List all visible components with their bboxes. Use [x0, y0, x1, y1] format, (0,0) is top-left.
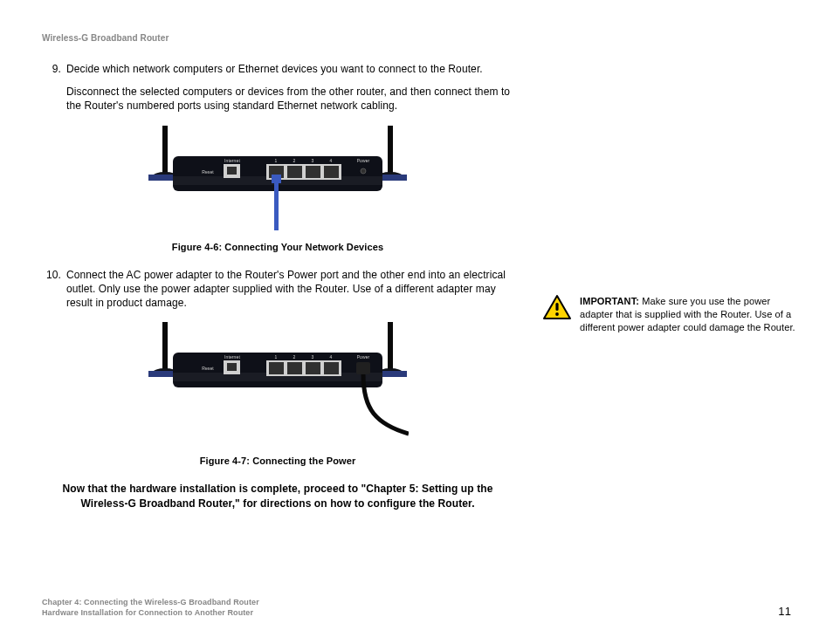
important-label: IMPORTANT: [580, 296, 639, 306]
svg-rect-35 [555, 303, 558, 311]
label-reset: Reset [202, 169, 214, 175]
figure-4-7: Reset Internet 1 2 3 4 Power [42, 322, 513, 447]
label-port-3: 3 [312, 158, 314, 163]
label-port-2: 2 [293, 354, 296, 360]
label-internet: Internet [224, 158, 240, 163]
main-column: 9. Decide which network computers or Eth… [42, 62, 513, 511]
svg-rect-31 [306, 362, 320, 374]
step-10: 10. Connect the AC power adapter to the … [42, 268, 513, 311]
svg-rect-14 [287, 166, 302, 178]
footer-chapter: Chapter 4: Connecting the Wireless-G Bro… [42, 597, 259, 607]
step-10-text-1: Connect the AC power adapter to the Rout… [66, 268, 513, 311]
label-port-3: 3 [312, 354, 314, 360]
page-footer: Chapter 4: Connecting the Wireless-G Bro… [42, 597, 791, 618]
label-port-4: 4 [330, 354, 333, 360]
label-internet: Internet [224, 354, 240, 360]
svg-rect-0 [162, 126, 168, 178]
svg-rect-32 [324, 362, 339, 374]
important-callout: IMPORTANT: Make sure you use the power a… [543, 295, 796, 334]
label-port-2: 2 [293, 158, 296, 163]
step-9-text-1: Decide which network computers or Ethern… [66, 62, 513, 76]
figure-4-7-caption: Figure 4-7: Connecting the Power [42, 456, 513, 466]
label-reset: Reset [202, 366, 214, 371]
footer-section: Hardware Installation for Connection to … [42, 607, 259, 618]
warning-icon [543, 295, 571, 319]
svg-rect-33 [356, 362, 370, 374]
svg-rect-21 [388, 322, 393, 374]
svg-rect-15 [306, 166, 320, 178]
svg-point-17 [361, 168, 366, 174]
svg-rect-30 [287, 362, 302, 374]
svg-rect-12 [272, 175, 281, 183]
router-image-network: Reset Internet 1 2 3 4 Power [147, 126, 409, 230]
doc-header: Wireless-G Broadband Router [42, 33, 791, 43]
svg-rect-9 [227, 167, 237, 175]
step-9-text-2: Disconnect the selected computers or dev… [66, 85, 513, 113]
svg-point-36 [555, 312, 559, 316]
page-number: 11 [778, 605, 791, 618]
label-port-4: 4 [330, 158, 333, 163]
step-9: 9. Decide which network computers or Eth… [42, 62, 513, 113]
svg-rect-16 [324, 166, 339, 178]
svg-rect-13 [274, 183, 279, 230]
label-port-1: 1 [275, 354, 278, 360]
step-9-number: 9. [42, 62, 61, 76]
conclusion-text: Now that the hardware installation is co… [42, 482, 513, 511]
label-port-1: 1 [275, 158, 278, 163]
router-image-power: Reset Internet 1 2 3 4 Power [147, 322, 409, 444]
svg-rect-27 [227, 363, 237, 371]
svg-rect-18 [162, 322, 168, 374]
svg-rect-29 [269, 362, 284, 374]
figure-4-6: Reset Internet 1 2 3 4 Power [42, 126, 513, 233]
step-10-number: 10. [42, 268, 61, 282]
label-power: Power [357, 354, 370, 360]
figure-4-6-caption: Figure 4-6: Connecting Your Network Devi… [42, 242, 513, 252]
label-power: Power [357, 158, 370, 163]
important-text: IMPORTANT: Make sure you use the power a… [580, 295, 796, 334]
svg-rect-3 [388, 126, 393, 178]
